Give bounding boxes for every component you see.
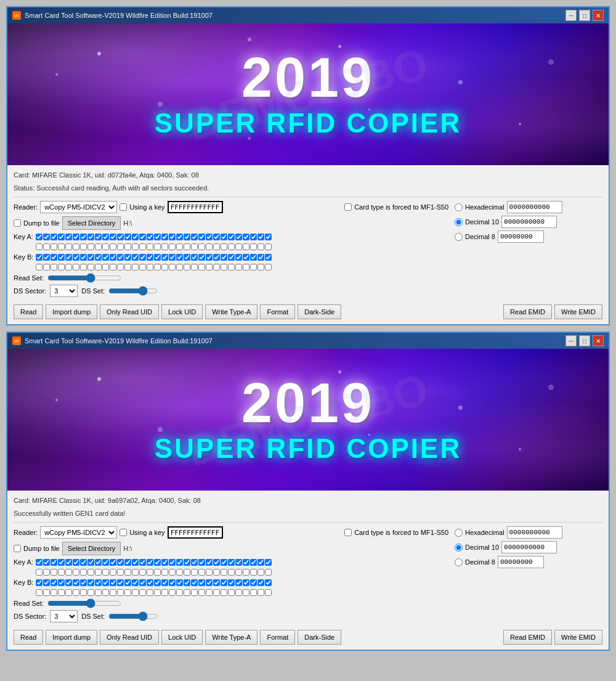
write-type-a-btn-2[interactable]: Write Type-A xyxy=(205,630,257,645)
bottom-buttons-right-2: Read EMID Write EMID xyxy=(503,630,602,645)
dec10-radio-1[interactable] xyxy=(455,218,463,226)
key-a-row2-2 xyxy=(14,569,448,576)
import-dump-btn-1[interactable]: Import dump xyxy=(46,304,97,319)
banner-year-1: 2019 xyxy=(241,50,375,105)
ds-sector-select-1[interactable]: 3012 xyxy=(50,285,78,297)
app-icon-1: W xyxy=(12,11,21,20)
bottom-buttons-left-2: Read Import dump Only Read UID Lock UID … xyxy=(14,630,341,645)
dec10-label-1: Decimal 10 xyxy=(465,218,499,226)
key-b-checkboxes2-2 xyxy=(36,589,272,596)
key-b-checkboxes-1 xyxy=(36,254,272,261)
close-btn-2[interactable]: ✕ xyxy=(593,335,604,346)
read-emid-btn-1[interactable]: Read EMID xyxy=(503,304,552,319)
card-type-checkbox-1[interactable] xyxy=(344,203,352,211)
key-b-label-1: Key B: xyxy=(14,253,33,261)
read-set-slider-2[interactable] xyxy=(47,599,121,608)
key-input-2[interactable] xyxy=(168,526,223,539)
lock-uid-btn-2[interactable]: Lock UID xyxy=(161,630,203,645)
dec8-value-2[interactable] xyxy=(498,556,544,568)
separator-2 xyxy=(14,522,602,523)
ds-set-label-1: DS Set: xyxy=(81,287,105,295)
hex-value-2[interactable] xyxy=(507,526,562,539)
hex-label-1: Hexadecimal xyxy=(465,203,505,211)
using-key-label-2: Using a key xyxy=(129,529,164,536)
hex-radio-group-1: Hexadecimal xyxy=(455,201,602,213)
status-line1-1: Card: MIFARE Classic 1K, uid: d072fa4e, … xyxy=(14,170,602,181)
dump-checkbox-2[interactable] xyxy=(14,545,21,552)
hex-radio-group-2: Hexadecimal xyxy=(455,526,602,539)
ds-set-slider-1[interactable] xyxy=(108,287,158,295)
main-controls-1: Reader: wCopy PM5-IDICV2 Using a key Car… xyxy=(14,201,602,300)
read-set-label-1: Read Set: xyxy=(14,274,44,282)
using-key-checkbox-1[interactable] xyxy=(120,203,127,211)
reader-select-1[interactable]: wCopy PM5-IDICV2 xyxy=(40,201,117,213)
maximize-btn-2[interactable]: □ xyxy=(579,335,590,346)
dec8-radio-2[interactable] xyxy=(455,558,463,566)
maximize-btn-1[interactable]: □ xyxy=(579,10,590,21)
app-icon-2: W xyxy=(12,336,21,345)
key-a-checkboxes2-2 xyxy=(36,569,272,576)
hex-radio-2[interactable] xyxy=(455,529,463,537)
write-type-a-btn-1[interactable]: Write Type-A xyxy=(205,304,257,319)
window-title-2: Smart Card Tool Software-V2019 Wildfire … xyxy=(25,337,213,345)
separator-1 xyxy=(14,197,602,197)
key-a-checkboxes-2 xyxy=(36,559,272,566)
format-btn-1[interactable]: Format xyxy=(260,304,295,319)
format-btn-2[interactable]: Format xyxy=(260,630,295,645)
reader-select-2[interactable]: wCopy PM5-IDICV2 xyxy=(40,526,117,539)
read-set-label-2: Read Set: xyxy=(14,600,44,607)
dec10-value-1[interactable] xyxy=(501,216,557,228)
window-title-1: Smart Card Tool Software-V2019 Wildfire … xyxy=(25,12,213,19)
left-col-2: Reader: wCopy PM5-IDICV2 Using a key Car… xyxy=(14,526,448,625)
only-read-uid-btn-1[interactable]: Only Read UID xyxy=(100,304,159,319)
title-controls-2: ─ □ ✕ xyxy=(565,335,604,346)
read-emid-btn-2[interactable]: Read EMID xyxy=(503,630,552,645)
write-emid-btn-2[interactable]: Write EMID xyxy=(554,630,602,645)
dec8-label-2: Decimal 8 xyxy=(465,558,495,566)
dec10-value-2[interactable] xyxy=(501,541,557,553)
hex-value-1[interactable] xyxy=(507,201,562,213)
reader-row-2: Reader: wCopy PM5-IDICV2 Using a key Car… xyxy=(14,526,448,539)
dump-row-1: Dump to file Select Directory H:\ xyxy=(14,216,448,230)
using-key-checkbox-2[interactable] xyxy=(120,529,127,536)
dec8-radio-group-2: Decimal 8 xyxy=(455,556,602,568)
dec10-radio-2[interactable] xyxy=(455,544,463,552)
ds-sector-select-2[interactable]: 3012 xyxy=(50,610,78,622)
read-btn-2[interactable]: Read xyxy=(14,630,43,645)
path-text-1: H:\ xyxy=(123,219,132,227)
main-controls-2: Reader: wCopy PM5-IDICV2 Using a key Car… xyxy=(14,526,602,625)
only-read-uid-btn-2[interactable]: Only Read UID xyxy=(100,630,159,645)
ds-set-slider-2[interactable] xyxy=(108,612,158,621)
dec10-radio-group-2: Decimal 10 xyxy=(455,541,602,553)
hex-radio-1[interactable] xyxy=(455,203,463,211)
dump-checkbox-1[interactable] xyxy=(14,219,21,227)
right-col-1: Hexadecimal Decimal 10 Decimal 8 xyxy=(448,201,602,300)
minimize-btn-1[interactable]: ─ xyxy=(565,10,577,21)
read-set-slider-1[interactable] xyxy=(47,274,121,282)
banner-1: DEMO OBO 2019 SUPER RFID COPIER xyxy=(7,23,609,165)
dec8-radio-group-1: Decimal 8 xyxy=(455,230,602,243)
path-text-2: H:\ xyxy=(123,545,132,552)
key-b-row2-1 xyxy=(14,264,448,271)
select-dir-btn-2[interactable]: Select Directory xyxy=(62,542,121,555)
lock-uid-btn-1[interactable]: Lock UID xyxy=(161,304,203,319)
dec8-value-1[interactable] xyxy=(498,230,544,243)
close-btn-1[interactable]: ✕ xyxy=(593,10,604,21)
window-1: W Smart Card Tool Software-V2019 Wildfir… xyxy=(6,6,610,325)
key-b-row2-2 xyxy=(14,589,448,596)
key-input-1[interactable] xyxy=(168,201,223,213)
key-a-label-2: Key A: xyxy=(14,558,33,566)
title-bar-1: W Smart Card Tool Software-V2019 Wildfir… xyxy=(7,7,609,23)
card-type-checkbox-2[interactable] xyxy=(344,529,352,536)
ds-row-2: DS Sector: 3012 DS Set: xyxy=(14,610,448,622)
using-key-label-1: Using a key xyxy=(129,203,164,211)
dec8-radio-1[interactable] xyxy=(455,233,463,241)
dark-side-btn-1[interactable]: Dark-Side xyxy=(298,304,341,319)
minimize-btn-2[interactable]: ─ xyxy=(565,335,577,346)
ds-row-1: DS Sector: 3012 DS Set: xyxy=(14,285,448,297)
write-emid-btn-1[interactable]: Write EMID xyxy=(554,304,602,319)
dark-side-btn-2[interactable]: Dark-Side xyxy=(298,630,341,645)
import-dump-btn-2[interactable]: Import dump xyxy=(46,630,97,645)
read-btn-1[interactable]: Read xyxy=(14,304,43,319)
select-dir-btn-1[interactable]: Select Directory xyxy=(62,216,121,230)
